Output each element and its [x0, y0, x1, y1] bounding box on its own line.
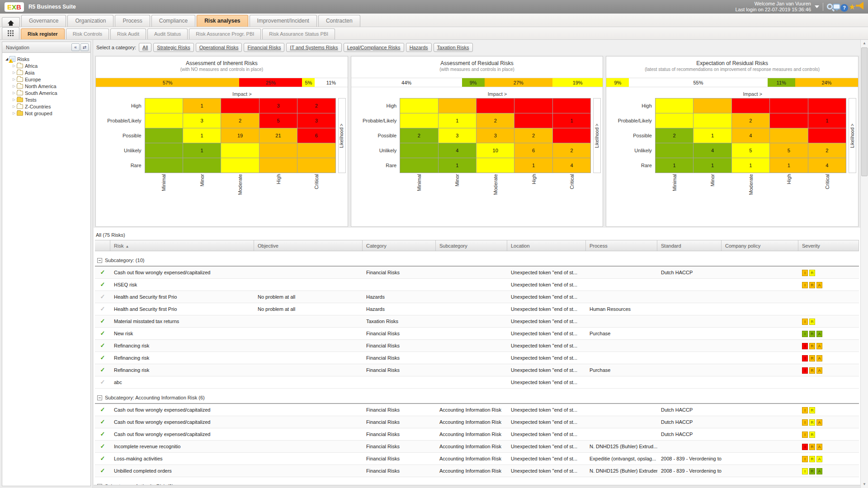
matrix-cell[interactable] [808, 99, 846, 113]
matrix-cell[interactable] [221, 158, 259, 173]
horizontal-scrollbar[interactable] [94, 485, 860, 488]
severity-badge-green[interactable]: A [816, 468, 822, 474]
star-icon[interactable]: ★ [848, 3, 856, 11]
announcement-icon[interactable] [856, 2, 863, 9]
severity-badge-orange[interactable]: I [802, 407, 808, 413]
table-row[interactable]: ✓Refinancing riskFinancial RisksUnexpect… [95, 364, 859, 376]
matrix-cell[interactable]: 3 [476, 128, 514, 143]
bar-segment-orange[interactable]: 57% [96, 78, 239, 87]
severity-badge-yellow[interactable]: I [802, 468, 808, 474]
matrix-cell[interactable] [770, 113, 808, 128]
matrix-cell[interactable]: 2 [297, 99, 335, 113]
module-grid-tab[interactable] [2, 27, 19, 39]
category-filter-operational-risks[interactable]: Operational Risks [196, 43, 242, 52]
matrix-cell[interactable] [297, 158, 335, 173]
bar-segment-white[interactable]: 55% [629, 78, 767, 87]
tab-improvement-incident[interactable]: Improvement/Incident [250, 15, 317, 27]
tab-governance[interactable]: Governance [21, 15, 66, 27]
header-cell-category[interactable]: Category [363, 240, 436, 251]
severity-badge-yellow[interactable]: R [809, 432, 815, 438]
matrix-cell[interactable] [693, 113, 731, 128]
tab-organization[interactable]: Organization [67, 15, 113, 27]
severity-badge-red[interactable]: I [802, 367, 808, 374]
matrix-cell[interactable] [655, 143, 693, 158]
tree-item-south-america[interactable]: ▷South America [4, 89, 89, 96]
severity-badge-orange[interactable]: R [809, 282, 815, 288]
severity-badge-orange[interactable]: I [802, 456, 808, 462]
table-row[interactable]: ✓HSEQ riskUnexpected token "end of st...… [95, 279, 859, 291]
category-filter-all[interactable]: All [139, 43, 151, 52]
subtab-risk-audit[interactable]: Risk Audit [110, 28, 146, 39]
matrix-cell[interactable] [476, 99, 514, 113]
category-filter-legal-compliance-risks[interactable]: Legal/Compliance Risks [344, 43, 404, 52]
matrix-cell[interactable]: 6 [514, 143, 552, 158]
severity-badge-orange[interactable]: A [816, 343, 822, 349]
matrix-cell[interactable] [476, 158, 514, 173]
subtab-risk-assurance-status-pbi[interactable]: Risk Assurance Status PBI [262, 28, 335, 39]
matrix-cell[interactable]: 1 [693, 158, 731, 173]
matrix-cell[interactable]: 1 [183, 128, 221, 143]
scroll-up-arrow-icon[interactable]: ▲ [861, 40, 868, 47]
bar-segment-green[interactable]: 11% [768, 78, 795, 87]
matrix-cell[interactable]: 5 [731, 143, 769, 158]
matrix-cell[interactable] [514, 113, 552, 128]
tree-item-risks[interactable]: ◢Risks [4, 56, 89, 62]
subtab-risk-register[interactable]: Risk register [21, 28, 65, 39]
matrix-cell[interactable]: 2 [400, 128, 438, 143]
subtab-risk-controls[interactable]: Risk Controls [66, 28, 109, 39]
table-row[interactable]: ✓Cash out flow wrongly expensed/capitali… [95, 416, 859, 428]
bar-segment-orange[interactable]: 27% [485, 78, 552, 87]
severity-badge-orange[interactable]: I [802, 270, 808, 276]
matrix-cell[interactable] [655, 113, 693, 128]
matrix-cell[interactable]: 21 [259, 128, 297, 143]
severity-badge-orange[interactable]: A [816, 419, 822, 426]
matrix-cell[interactable] [514, 99, 552, 113]
matrix-cell[interactable]: 1 [183, 99, 221, 113]
matrix-cell[interactable]: 2 [476, 113, 514, 128]
matrix-cell[interactable] [145, 99, 183, 113]
severity-badge-orange[interactable]: A [816, 355, 822, 361]
bar-segment-red[interactable]: 25% [239, 78, 302, 87]
app-logo[interactable]: EXB [5, 2, 24, 12]
bar-segment-yellow[interactable]: 5% [302, 78, 315, 87]
severity-badge-orange[interactable]: A [816, 282, 822, 288]
matrix-cell[interactable]: 1 [731, 158, 769, 173]
header-cell-company-policy[interactable]: Company policy [722, 240, 798, 251]
subtab-risk-assurance-progr-pbi[interactable]: Risk Assurance Progr. PBI [189, 28, 261, 39]
severity-badge-yellow[interactable]: R [809, 419, 815, 426]
matrix-cell[interactable]: 1 [770, 158, 808, 173]
matrix-cell[interactable] [297, 143, 335, 158]
matrix-cell[interactable]: 4 [552, 158, 590, 173]
scrollbar-thumb[interactable] [861, 47, 868, 176]
tree-item-north-america[interactable]: ▷North America [4, 83, 89, 89]
table-row[interactable]: ✓Refinancing riskFinancial RisksUnexpect… [95, 352, 859, 364]
matrix-cell[interactable]: 1 [183, 143, 221, 158]
collapse-panel-button[interactable]: « [71, 43, 80, 51]
matrix-cell[interactable] [552, 128, 590, 143]
matrix-cell[interactable] [145, 158, 183, 173]
table-row[interactable]: ✓Cash out flow wrongly expensed/capitali… [95, 428, 859, 441]
matrix-cell[interactable] [259, 158, 297, 173]
tree-item-asia[interactable]: ▷Asia [4, 69, 89, 76]
matrix-cell[interactable]: 2 [552, 143, 590, 158]
bar-segment-white[interactable]: 44% [351, 78, 462, 87]
matrix-cell[interactable] [808, 128, 846, 143]
header-cell-severity[interactable]: Severity [798, 240, 859, 251]
table-row[interactable]: ✓Cash out flow wrongly expensed/capitali… [95, 267, 859, 279]
matrix-cell[interactable] [145, 113, 183, 128]
matrix-cell[interactable]: 2 [731, 113, 769, 128]
tab-compliance[interactable]: Compliance [151, 15, 195, 27]
matrix-cell[interactable]: 5 [770, 143, 808, 158]
severity-badge-green[interactable]: A [816, 331, 822, 337]
bar-segment-orange[interactable]: 24% [795, 78, 858, 87]
header-cell-risk[interactable]: Risk▲ [110, 240, 254, 251]
matrix-cell[interactable] [731, 99, 769, 113]
refresh-button[interactable]: ⇄ [80, 43, 89, 51]
matrix-cell[interactable] [693, 99, 731, 113]
tree-item-africa[interactable]: ▷Africa [4, 62, 89, 69]
matrix-cell[interactable] [221, 143, 259, 158]
matrix-cell[interactable] [221, 99, 259, 113]
matrix-cell[interactable]: 3 [438, 128, 476, 143]
comment-icon[interactable] [833, 4, 840, 9]
table-row[interactable]: ✓abcUnexpected token "end of st... [95, 376, 859, 389]
